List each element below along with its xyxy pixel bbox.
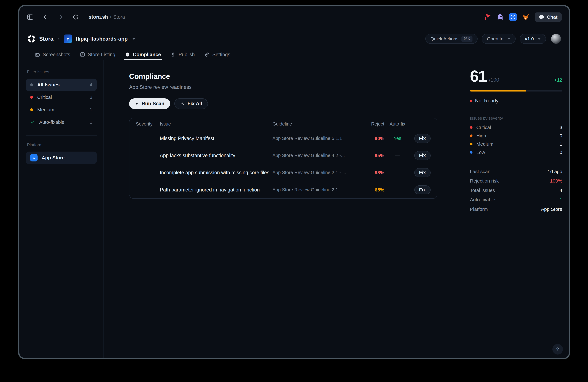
sidebar-item-label: All Issues [37,82,60,87]
sidebar-toggle-button[interactable] [27,14,34,20]
tab-label: Settings [212,52,230,58]
quick-actions-button[interactable]: Quick Actions ⌘K [425,34,478,44]
project-switcher[interactable]: flipiq-flashcards-app [63,35,135,43]
sparkles-icon [180,101,185,106]
sidebar-item-label: Auto-fixable [39,120,64,125]
status-dot-icon [470,100,472,102]
keyboard-shortcut-badge: ⌘K [462,36,473,42]
compliance-panel: Compliance App Store review readiness Ru… [104,60,463,358]
score-panel: 61 /100 +12 Not Ready Issues by severity… [463,60,569,358]
tab-settings[interactable]: Settings [204,49,230,60]
action-buttons: Run Scan Fix All [129,98,437,109]
filter-sidebar: Filter issues All Issues 4 Critical 3 Me… [19,60,104,358]
autofix-cell: Yes [384,136,411,141]
chevron-down-icon [507,38,510,41]
back-button[interactable] [42,14,49,20]
sidebar-item-label: Critical [37,95,52,100]
sidebar-item-label: Medium [37,107,54,112]
ghost-extension-icon[interactable] [496,13,504,21]
stat-label: Auto-fixable [470,197,495,202]
open-in-button[interactable]: Open In [482,34,515,44]
sidebar-item-count: 3 [90,95,92,100]
quick-actions-label: Quick Actions [430,36,459,41]
tab-label: Store Listing [88,52,115,58]
sunburst-extension-icon[interactable] [509,13,517,21]
stat-auto-fixable: Auto-fixable 1 [470,195,562,204]
sidebar-item-count: 1 [90,107,92,112]
sidebar-item-medium[interactable]: Medium 1 [26,103,97,116]
address-bar[interactable]: stora.sh / Stora [89,14,125,20]
fox-extension-icon[interactable] [522,13,529,21]
tab-compliance[interactable]: Compliance [125,49,161,60]
low-dot-icon [470,151,472,154]
autofix-cell: — [384,153,411,158]
tab-publish[interactable]: Publish [170,49,195,60]
column-header-autofix: Auto-fix [384,121,411,127]
filter-section-label: Filter issues [27,69,96,74]
run-scan-button[interactable]: Run Scan [129,98,170,109]
issue-cell: Incomplete app submission with missing c… [160,170,273,176]
project-app-icon [63,35,72,43]
table-row[interactable]: Missing Privacy Manifest App Store Revie… [129,130,437,147]
fix-button[interactable]: Fix [414,168,431,177]
status-label: Not Ready [475,98,498,104]
tab-label: Publish [178,52,195,58]
fix-button[interactable]: Fix [414,185,431,194]
autofix-cell: — [384,187,411,192]
table-row[interactable]: App lacks substantive functionality App … [129,147,437,164]
version-selector[interactable]: v1.0 [520,34,546,44]
page-subtitle: App Store review readiness [129,84,437,90]
sidebar-item-label: App Store [42,155,64,161]
sidebar-item-critical[interactable]: Critical 3 [26,91,97,103]
tab-bar: Screenshots Store Listing Compliance Pub… [19,49,569,60]
chat-button[interactable]: Chat [535,12,562,22]
forward-button[interactable] [57,14,64,20]
back-icon [42,14,49,20]
severity-label: Medium [476,141,493,147]
stat-last-scan: Last scan 1d ago [470,167,562,176]
guideline-cell: App Store Review Guideline 2.1 - ... [273,187,362,192]
sidebar-item-count: 4 [90,82,92,87]
severity-count: 3 [560,125,562,130]
table-row[interactable]: Path parameter ignored in navigation fun… [129,181,437,198]
tab-screenshots[interactable]: Screenshots [35,49,70,60]
app-store-icon [30,154,38,161]
stat-label: Platform [470,206,488,212]
guideline-cell: App Store Review Guideline 5.1.1 [273,136,362,141]
chat-button-label: Chat [547,14,557,20]
stat-value: 100% [550,178,562,184]
severity-count: 1 [560,141,562,147]
sidebar-item-all-issues[interactable]: All Issues 4 [26,79,97,91]
chevron-down-icon [132,38,135,41]
browser-nav [27,14,79,20]
brand[interactable]: Stora [27,35,53,43]
reject-cell: 98% [362,170,384,175]
fix-button[interactable]: Fix [414,134,431,143]
fix-all-label: Fix All [188,101,202,106]
issue-cell: App lacks substantive functionality [160,153,273,159]
reject-cell: 65% [362,187,384,193]
severity-count: 0 [560,133,562,139]
score-denominator: /100 [489,77,499,83]
reject-cell: 90% [362,136,384,141]
rocket-icon [170,52,176,57]
stat-value: 1d ago [547,169,562,174]
stat-rejection-risk: Rejection risk 100% [470,176,562,186]
fix-all-button[interactable]: Fix All [174,98,208,109]
play-icon [135,102,139,105]
avatar[interactable] [551,34,561,44]
sidebar-item-app-store[interactable]: App Store [26,152,97,164]
camera-icon [35,52,40,57]
reload-button[interactable] [72,14,79,20]
table-row[interactable]: Incomplete app submission with missing c… [129,164,437,181]
reload-icon [72,14,79,20]
video-extension-icon[interactable] [483,13,491,21]
chat-bubble-icon [539,14,544,20]
help-button[interactable]: ? [552,344,563,355]
sidebar-item-auto-fixable[interactable]: Auto-fixable 1 [26,116,97,128]
header-actions: Quick Actions ⌘K Open In v1.0 [425,34,561,44]
tab-store-listing[interactable]: Store Listing [80,49,115,60]
fix-button[interactable]: Fix [414,151,431,160]
reject-cell: 95% [362,153,384,158]
run-scan-label: Run Scan [142,101,164,106]
